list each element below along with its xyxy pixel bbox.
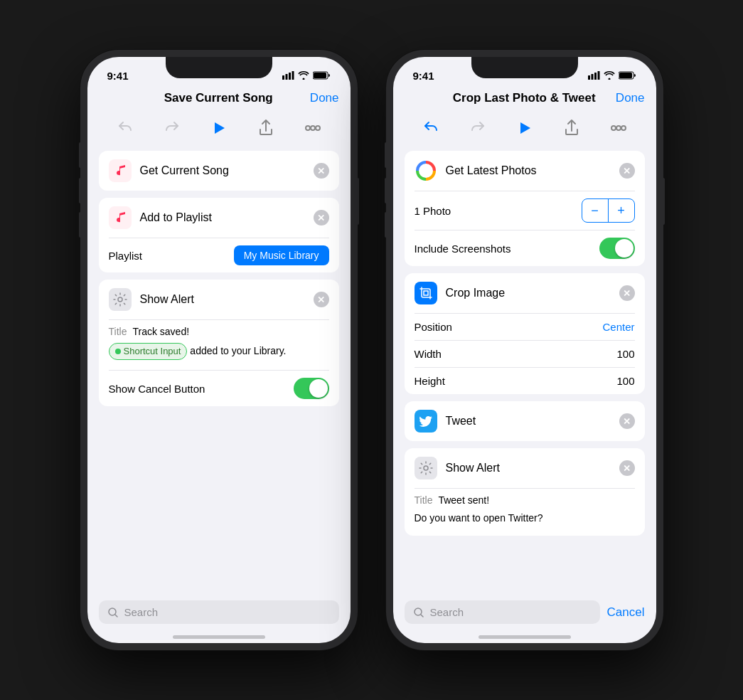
add-to-playlist-header-left: Add to Playlist (109, 206, 212, 229)
status-icons-1 (282, 71, 331, 80)
search-icon-1 (107, 607, 119, 618)
svg-point-9 (316, 126, 320, 130)
photos-icon (415, 159, 437, 182)
tweet-title: Tweet (446, 415, 476, 428)
notch-2 (471, 57, 578, 78)
undo-button-2[interactable] (419, 117, 442, 139)
toolbar-1 (87, 111, 351, 145)
show-alert-card: Show Alert ✕ Title Track saved! Shortcut… (99, 280, 339, 406)
search-icon-2 (413, 607, 424, 618)
playlist-row: Playlist My Music Library (99, 238, 339, 272)
photo-count-row: 1 Photo − + (405, 191, 645, 230)
redo-button-2[interactable] (466, 117, 489, 139)
settings-icon[interactable] (301, 117, 324, 139)
width-value: 100 (616, 348, 634, 360)
alert-title-value-1: Track saved! (132, 326, 189, 337)
crop-image-title: Crop Image (446, 287, 506, 299)
photo-count-stepper[interactable]: − + (582, 198, 635, 223)
alert-title-label-1: Title (109, 326, 127, 337)
width-row: Width 100 (405, 341, 645, 367)
silent-switch[interactable] (79, 212, 82, 238)
search-area-2: Search Cancel (393, 595, 656, 630)
cancel-button-toggle[interactable] (294, 378, 329, 399)
search-bar-2[interactable]: Search (405, 600, 600, 624)
alert-title-value-2: Tweet sent! (438, 494, 489, 506)
crop-image-close[interactable]: ✕ (619, 285, 635, 301)
stepper-plus[interactable]: + (609, 199, 634, 222)
play-button-2[interactable] (513, 117, 536, 139)
gear-icon-1 (109, 288, 132, 311)
phone-screen-2: 9:41 (393, 57, 656, 643)
silent-switch-2[interactable] (385, 212, 387, 238)
power-button[interactable] (356, 178, 359, 225)
play-button[interactable] (208, 117, 230, 139)
nav-done-1[interactable]: Done (310, 91, 339, 105)
search-placeholder-1: Search (124, 606, 159, 618)
home-indicator-2 (479, 635, 571, 639)
alert-message-suffix: added to your Library. (190, 345, 286, 356)
share-button[interactable] (255, 117, 277, 139)
share-button-2[interactable] (560, 117, 583, 139)
volume-down-button[interactable] (79, 178, 82, 203)
crop-icon (415, 282, 437, 304)
volume-up-button-2[interactable] (385, 142, 387, 168)
alert-message-2: Do you want to open Twitter? (415, 511, 635, 526)
show-alert-close[interactable]: ✕ (314, 292, 329, 307)
phone-2: 9:41 (386, 50, 663, 650)
show-alert-2-header: Show Alert ✕ (405, 448, 645, 488)
add-to-playlist-close[interactable]: ✕ (314, 210, 329, 226)
wifi-icon-2 (604, 71, 615, 80)
status-icons-2 (588, 71, 636, 80)
home-indicator-1 (173, 635, 265, 639)
content-area-1: Get Current Song ✕ Add to Playlist ✕ (87, 145, 351, 595)
power-button-2[interactable] (662, 178, 665, 225)
get-latest-photos-header: Get Latest Photos ✕ (405, 151, 645, 191)
include-screenshots-toggle[interactable] (599, 238, 635, 259)
get-latest-photos-close[interactable]: ✕ (619, 163, 635, 179)
tweet-close[interactable]: ✕ (619, 413, 635, 429)
signal-icon-2 (588, 71, 600, 80)
svg-point-8 (306, 126, 310, 130)
search-cancel-button[interactable]: Cancel (607, 605, 645, 620)
volume-down-button-2[interactable] (385, 178, 387, 203)
get-latest-photos-title: Get Latest Photos (446, 164, 537, 177)
height-row: Height 100 (405, 368, 645, 394)
position-value[interactable]: Center (602, 321, 634, 333)
tweet-header: Tweet ✕ (405, 401, 645, 441)
cancel-button-row: Show Cancel Button (99, 371, 339, 406)
get-current-song-header: Get Current Song ✕ (99, 151, 339, 191)
shortcut-input-tag[interactable]: Shortcut Input (109, 343, 188, 360)
svg-marker-18 (520, 122, 530, 134)
toggle-knob-2 (615, 239, 634, 258)
show-alert-2-close[interactable]: ✕ (619, 460, 635, 476)
svg-rect-14 (594, 73, 597, 80)
show-alert-2-title: Show Alert (446, 462, 500, 474)
redo-button[interactable] (161, 117, 183, 139)
gear-icon-2 (415, 457, 437, 479)
width-label: Width (415, 348, 442, 360)
get-current-song-close[interactable]: ✕ (314, 163, 329, 179)
undo-button[interactable] (114, 117, 137, 139)
stepper-minus[interactable]: − (582, 199, 608, 222)
search-bar-1[interactable]: Search (99, 600, 339, 624)
alert-body-1: Title Track saved! Shortcut Input added … (99, 320, 339, 370)
svg-point-23 (423, 168, 429, 174)
signal-icon (282, 71, 294, 80)
nav-title-1: Save Current Song (164, 91, 273, 105)
crop-image-header-left: Crop Image (415, 282, 506, 304)
svg-rect-12 (588, 75, 590, 80)
svg-point-21 (621, 126, 626, 130)
svg-point-10 (118, 297, 122, 302)
toggle-knob-1 (309, 379, 328, 398)
alert-body-2: Title Tweet sent! Do you want to open Tw… (405, 489, 645, 536)
nav-done-2[interactable]: Done (616, 91, 645, 105)
my-music-library-button[interactable]: My Music Library (234, 245, 329, 265)
settings-icon-2[interactable] (607, 117, 630, 139)
crop-image-header: Crop Image ✕ (405, 273, 645, 313)
height-value: 100 (616, 375, 634, 387)
phone-screen-1: 9:41 (87, 57, 351, 643)
svg-rect-17 (619, 73, 632, 78)
status-time-2: 9:41 (413, 70, 434, 82)
tweet-header-left: Tweet (415, 410, 476, 433)
volume-up-button[interactable] (79, 142, 82, 168)
